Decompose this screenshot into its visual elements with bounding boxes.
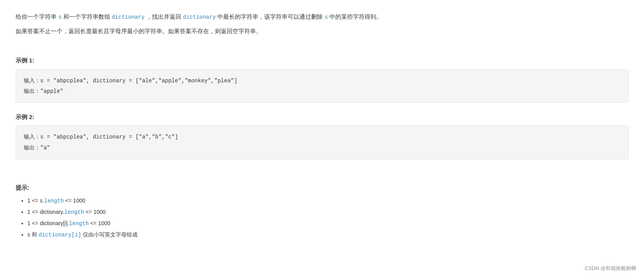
example1-input-row: 输入：s = "abpcplea", dictionary = ["ale","… <box>24 75 620 86</box>
hint0-pre: 1 <= s. <box>27 197 44 204</box>
example2-input-label: 输入： <box>24 133 40 140</box>
hint1-code: length <box>64 209 84 215</box>
example1-title: 示例 1: <box>16 55 628 66</box>
example2-input-value: s = "abpcplea", dictionary = ["a","b","c… <box>40 134 178 140</box>
hint2-mid: <= 1000 <box>89 220 110 226</box>
example1-output-label: 输出： <box>24 88 40 94</box>
desc-code-s: s <box>58 14 61 20</box>
hint0-code: length <box>44 198 64 204</box>
hint-item-0: 1 <= s.length <= 1000 <box>27 196 628 206</box>
desc-text-2: 和一个字符串数组 <box>62 13 112 20</box>
hint3-code: dictionary[i] <box>39 232 81 238</box>
hint-item-1: 1 <= dictionary.length <= 1000 <box>27 208 628 217</box>
hint3-mid: 仅由小写英文字母组成 <box>81 231 138 238</box>
hint-item-3: s 和 dictionary[i] 仅由小写英文字母组成 <box>27 230 628 240</box>
hint2-pre: 1 <= dictionary[i]. <box>27 220 69 226</box>
example2-output-row: 输出："a" <box>24 142 620 153</box>
hint2-code: length <box>69 220 89 227</box>
description-line2: 如果答案不止一个，返回长度最长且字母序最小的字符串。如果答案不存在，则返回空字符… <box>16 26 628 36</box>
desc-code-dictionary1: dictionary <box>112 14 145 20</box>
hint1-mid: <= 1000 <box>84 209 106 215</box>
description-line1: 给你一个字符串 s 和一个字符串数组 dictionary ，找出并返回 dic… <box>16 12 628 22</box>
hint-item-2: 1 <= dictionary[i].length <= 1000 <box>27 219 628 229</box>
example1-input-value: s = "abpcplea", dictionary = ["ale","app… <box>40 78 237 84</box>
example2-output-value: "a" <box>40 145 50 151</box>
example1-output-value: "apple" <box>40 88 63 94</box>
hint1-pre: 1 <= dictionary. <box>27 209 64 215</box>
desc-text-4: 中最长的字符串，该字符串可以通过删除 <box>216 13 324 20</box>
desc-text-1: 给你一个字符串 <box>16 13 58 20</box>
example1-output-row: 输出："apple" <box>24 86 620 97</box>
desc-code-s2: s <box>325 14 328 20</box>
hints-section: 提示: 1 <= s.length <= 1000 1 <= dictionar… <box>16 183 628 240</box>
desc-line2-text: 如果答案不止一个，返回长度最长且字母序最小的字符串。如果答案不存在，则返回空字符… <box>16 28 262 34</box>
hints-list: 1 <= s.length <= 1000 1 <= dictionary.le… <box>16 196 628 240</box>
example1-input-label: 输入： <box>24 77 40 84</box>
desc-text-5: 中的某些字符得到。 <box>328 13 382 20</box>
example1-box: 输入：s = "abpcplea", dictionary = ["ale","… <box>16 69 628 103</box>
desc-code-dictionary2: dictionary <box>183 14 216 20</box>
hints-title: 提示: <box>16 183 628 193</box>
example2-input-row: 输入：s = "abpcplea", dictionary = ["a","b"… <box>24 132 620 142</box>
desc-text-3: ，找出并返回 <box>145 13 183 20</box>
example2-box: 输入：s = "abpcplea", dictionary = ["a","b"… <box>16 126 628 159</box>
hint0-mid: <= 1000 <box>64 197 85 204</box>
example2-title: 示例 2: <box>16 112 628 122</box>
hint3-pre: s 和 <box>27 231 39 238</box>
example2-output-label: 输出： <box>24 144 40 151</box>
